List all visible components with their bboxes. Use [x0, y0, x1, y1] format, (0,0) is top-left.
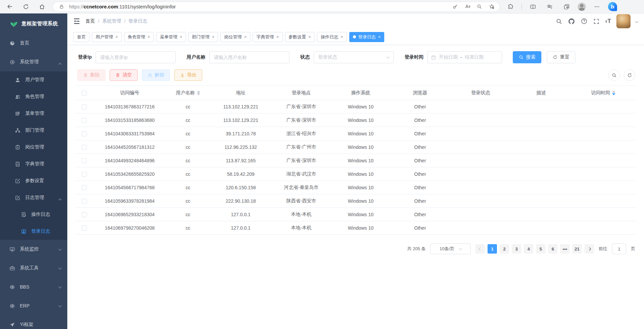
sort-icons[interactable] — [197, 91, 200, 95]
page-button[interactable]: 2 — [500, 244, 509, 254]
read-aloud-icon[interactable] — [463, 2, 472, 11]
tab-close-icon[interactable]: × — [115, 35, 118, 39]
zoom-out-icon[interactable] — [475, 2, 484, 11]
table-row[interactable]: 1641069798270046208cc127.0.0.1本地-本机 Wind… — [75, 221, 636, 235]
page-button[interactable]: 5 — [536, 244, 545, 254]
row-checkbox[interactable] — [82, 118, 87, 123]
tab-close-icon[interactable]: × — [309, 35, 311, 39]
reset-button[interactable]: 重置 — [547, 51, 575, 63]
sidebar-item-dept-mgmt[interactable]: 部门管理 — [0, 122, 67, 139]
address-bar[interactable]: https://ccnetcore.com:1101/system/log/lo… — [52, 2, 500, 12]
table-row[interactable]: 1641031367863177216cc113.102.129.221广东省-… — [75, 100, 636, 113]
sidebar-item-param-settings[interactable]: 参数设置 — [0, 172, 67, 189]
browser-back-icon[interactable] — [4, 2, 15, 12]
search-button[interactable]: 搜索 — [513, 51, 541, 63]
sidebar-item-log-mgmt[interactable]: 日志管理 — [0, 189, 67, 206]
browser-refresh-icon[interactable] — [20, 2, 32, 12]
collections-icon[interactable] — [561, 2, 572, 12]
tab-param-settings[interactable]: 参数设置× — [285, 32, 315, 42]
password-key-icon[interactable] — [451, 2, 460, 11]
table-row[interactable]: 1641054566717984768cc120.6.150.158河北省-秦皇… — [75, 181, 636, 194]
tab-close-icon[interactable]: × — [180, 35, 182, 39]
breadcrumb-system[interactable]: 系统管理 — [102, 18, 121, 24]
row-checkbox[interactable] — [82, 199, 87, 204]
tab-role-mgmt[interactable]: 角色管理× — [124, 32, 154, 42]
sidebar-item-oper-log[interactable]: 操作日志 — [0, 206, 67, 223]
github-icon[interactable] — [568, 18, 575, 25]
sidebar-item-user-mgmt[interactable]: 用户管理 — [0, 71, 67, 88]
header-search-icon[interactable] — [556, 18, 563, 25]
select-all-checkbox[interactable] — [82, 91, 87, 96]
extensions-icon[interactable] — [505, 2, 516, 12]
table-row[interactable]: 1641044520567181312cc112.96.225.132广东省-广… — [75, 140, 636, 154]
bing-copilot-icon[interactable]: b — [608, 2, 617, 11]
tab-dict-mgmt[interactable]: 字典管理× — [253, 32, 283, 42]
sidebar-item-erp[interactable]: ERP — [0, 296, 67, 315]
table-row[interactable]: 1641031533185863680cc113.102.129.221广东省-… — [75, 113, 636, 127]
col-user-name[interactable]: 用户名称 — [166, 86, 210, 100]
next-page-button[interactable] — [584, 244, 594, 254]
browser-home-icon[interactable] — [36, 2, 48, 12]
page-size-select[interactable]: 10条/页 — [430, 243, 471, 254]
page-button-last[interactable]: 21 — [572, 244, 582, 254]
goto-page-input[interactable] — [612, 243, 626, 254]
sidebar-item-sys-monitor[interactable]: 系统监控 — [0, 240, 67, 259]
delete-button[interactable]: 删除 — [77, 69, 105, 81]
tab-close-icon[interactable]: × — [341, 35, 343, 39]
row-checkbox[interactable] — [82, 131, 87, 136]
favorites-hub-icon[interactable] — [544, 2, 556, 12]
tab-login-log[interactable]: 登录日志× — [349, 32, 385, 42]
login-ip-input[interactable] — [96, 51, 176, 63]
sidebar-item-home[interactable]: 首页 — [0, 34, 67, 53]
table-row[interactable]: 1641053426655825920cc58.19.42.209湖北省-武汉市… — [75, 167, 636, 181]
prev-page-button[interactable] — [475, 244, 485, 254]
tab-home[interactable]: 首页 — [73, 32, 90, 42]
sidebar-item-login-log[interactable]: 登录日志 — [0, 223, 67, 240]
app-logo[interactable]: 意框架管理系统 — [0, 13, 67, 34]
url-text[interactable]: https://ccnetcore.com:1101/system/log/lo… — [69, 4, 448, 9]
export-button[interactable]: 导出 — [174, 69, 202, 81]
row-checkbox[interactable] — [82, 212, 87, 217]
unlock-button[interactable]: 解锁 — [142, 69, 170, 81]
col-time[interactable]: 访问时间 — [571, 86, 636, 100]
table-row[interactable]: 1641069652933218304cc127.0.0.1本地-本机 Wind… — [75, 208, 636, 221]
font-size-icon[interactable]: тT — [605, 18, 611, 25]
browser-profile-avatar[interactable] — [578, 3, 586, 11]
tab-close-icon[interactable]: × — [244, 35, 247, 39]
user-name-input[interactable] — [209, 51, 289, 63]
split-screen-icon[interactable] — [527, 2, 539, 12]
row-checkbox[interactable] — [82, 145, 87, 150]
page-button[interactable]: 3 — [512, 244, 521, 254]
start-date-placeholder[interactable]: 开始日期 — [439, 54, 458, 60]
status-select[interactable]: 登录状态 — [314, 51, 394, 63]
sidebar-item-sys-tools[interactable]: 系统工具 — [0, 259, 67, 277]
refresh-table-button[interactable] — [624, 69, 635, 81]
breadcrumb-home[interactable]: 首页 — [85, 18, 95, 24]
table-row[interactable]: 1641059633978281984cc222.90.130.18陕西省-西安… — [75, 194, 636, 208]
date-range-picker[interactable]: 开始日期 - 结束日期 — [427, 51, 502, 63]
user-avatar[interactable] — [616, 14, 631, 28]
end-date-placeholder[interactable]: 结束日期 — [465, 54, 484, 60]
favorites-add-icon[interactable] — [487, 2, 496, 11]
row-checkbox[interactable] — [82, 172, 87, 177]
tab-close-icon[interactable]: × — [276, 35, 279, 39]
help-icon[interactable] — [580, 18, 588, 25]
fullscreen-icon[interactable] — [593, 18, 600, 25]
tab-close-icon[interactable]: × — [378, 35, 381, 39]
more-menu-icon[interactable] — [591, 2, 603, 12]
table-row[interactable]: 1641044993248464896cc113.87.92.165广东省-深圳… — [75, 154, 636, 167]
sidebar-item-yi-framework[interactable]: Yi框架 — [0, 315, 67, 329]
avatar-caret-icon[interactable] — [635, 20, 639, 23]
page-button[interactable]: 6 — [548, 244, 558, 254]
row-checkbox[interactable] — [82, 226, 87, 231]
show-search-button[interactable] — [608, 69, 620, 81]
page-button[interactable]: 1 — [488, 244, 497, 254]
row-checkbox[interactable] — [82, 104, 87, 109]
more-pages-button[interactable]: ••• — [560, 244, 570, 254]
lock-icon[interactable] — [57, 2, 66, 11]
clear-button[interactable]: 清空 — [110, 69, 138, 81]
tab-close-icon[interactable]: × — [212, 35, 215, 39]
tab-dept-mgmt[interactable]: 部门管理× — [188, 32, 218, 42]
tab-close-icon[interactable]: × — [148, 35, 150, 39]
tab-post-mgmt[interactable]: 岗位管理× — [220, 32, 250, 42]
